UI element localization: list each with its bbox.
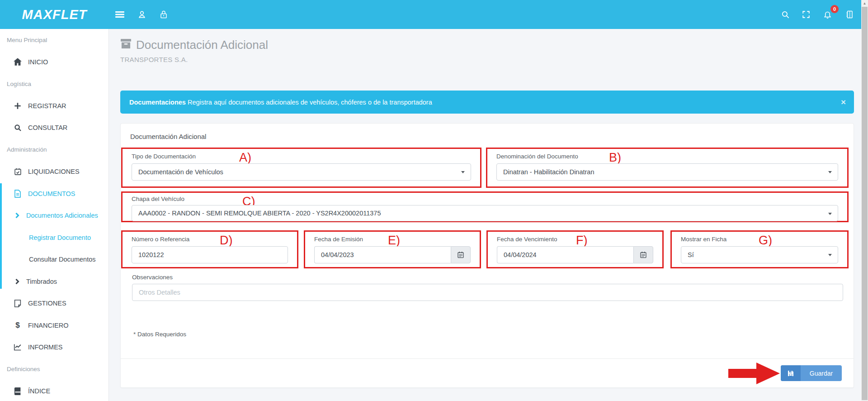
sidebar-item-informes[interactable]: INFORMES bbox=[0, 336, 108, 358]
app-logo[interactable]: MAXFLET bbox=[22, 7, 87, 22]
sidebar-toggle-button[interactable] bbox=[112, 0, 127, 29]
caret-down-icon bbox=[828, 171, 832, 173]
annotation-letter-e: E) bbox=[388, 234, 400, 248]
active-section-strip bbox=[0, 183, 2, 289]
fecha-vencimiento-input[interactable] bbox=[497, 246, 633, 263]
sidebar-item-label: REGISTRAR bbox=[28, 102, 66, 110]
fecha-emision-input[interactable] bbox=[314, 246, 451, 263]
sidebar-item-liquidaciones[interactable]: LIQUIDACIONES bbox=[0, 161, 108, 183]
sidebar-item-indice[interactable]: ÍNDICE bbox=[0, 380, 108, 401]
tipo-documentacion-select[interactable]: Documentación de Vehículos bbox=[132, 163, 471, 181]
sidebar-item-documentos[interactable]: DOCUMENTOS bbox=[0, 183, 108, 205]
sidebar-item-label: Consultar Documentos bbox=[29, 256, 96, 263]
observaciones-input[interactable] bbox=[132, 284, 843, 301]
form-card-footer: Guardar bbox=[121, 358, 854, 387]
fullscreen-button[interactable] bbox=[798, 0, 814, 29]
dollar-icon: $ bbox=[13, 321, 22, 330]
sidebar-section-logistica: Logística bbox=[0, 73, 108, 95]
document-icon bbox=[13, 189, 22, 198]
sidebar-item-label: INICIO bbox=[28, 58, 48, 66]
search-icon bbox=[781, 10, 790, 19]
sidebar-item-label: CONSULTAR bbox=[28, 124, 67, 131]
chapa-vehiculo-label: Chapa del Vehículo bbox=[132, 196, 838, 202]
home-icon bbox=[13, 57, 22, 67]
sidebar-item-label: GESTIONES bbox=[28, 300, 66, 307]
notifications-button[interactable]: 0 bbox=[820, 0, 835, 29]
user-menu-button[interactable] bbox=[134, 0, 150, 29]
annotation-letter-d: D) bbox=[220, 234, 233, 248]
sidebar-item-registrar[interactable]: REGISTRAR bbox=[0, 95, 108, 117]
save-button[interactable]: Guardar bbox=[781, 365, 842, 381]
scrollbar-up-arrow[interactable]: ▲ bbox=[861, 0, 868, 7]
form-card-title: Documentación Adicional bbox=[130, 133, 206, 140]
sidebar-item-documentos-adicionales[interactable]: Documentos Adicionales bbox=[0, 205, 108, 227]
annotation-letter-b: B) bbox=[609, 151, 621, 165]
sidebar-item-label: Timbrados bbox=[26, 278, 57, 285]
chapa-vehiculo-value: AAA0002 - RANDON - SEMI REMOLQUE ABIERTA… bbox=[138, 210, 381, 217]
fecha-vencimiento-group bbox=[497, 246, 653, 263]
observaciones-label: Observaciones bbox=[132, 274, 173, 281]
info-banner-title: Documentaciones bbox=[129, 99, 186, 106]
chevron-right-icon bbox=[14, 277, 20, 286]
archive-box-icon bbox=[120, 38, 132, 52]
denominacion-documento-select[interactable]: Dinatran - Habilitación Dinatran bbox=[496, 163, 838, 181]
lock-button[interactable] bbox=[156, 0, 171, 29]
calendar-check-icon bbox=[13, 167, 22, 176]
info-banner-description: Registra aquí documentos adicionales de … bbox=[188, 99, 432, 106]
sidebar-section-menu-principal: Menu Principal bbox=[0, 29, 108, 51]
main-content: Documentación Adicional TRANSPORTES S.A.… bbox=[109, 29, 861, 401]
page-subtitle: TRANSPORTES S.A. bbox=[120, 56, 268, 63]
chapa-vehiculo-select[interactable]: AAA0002 - RANDON - SEMI REMOLQUE ABIERTA… bbox=[132, 205, 838, 221]
sidebar-item-label: LIQUIDACIONES bbox=[28, 168, 80, 175]
mostrar-en-ficha-select[interactable]: Sí bbox=[681, 246, 838, 263]
sidebar-section-definiciones: Definiciones bbox=[0, 358, 108, 381]
numero-referencia-input[interactable] bbox=[132, 246, 288, 263]
form-card: Documentación Adicional A) Tipo de Docum… bbox=[120, 123, 854, 388]
red-arrow-shaft bbox=[728, 369, 757, 378]
sidebar-item-inicio[interactable]: INICIO bbox=[0, 51, 108, 73]
red-arrow-head bbox=[756, 363, 780, 384]
chevron-right-icon bbox=[14, 211, 20, 220]
sidebar-item-registrar-documento[interactable]: Registrar Documento bbox=[0, 227, 108, 249]
lock-icon bbox=[160, 10, 168, 19]
search-button[interactable] bbox=[778, 0, 793, 29]
denominacion-documento-value: Dinatran - Habilitación Dinatran bbox=[503, 168, 594, 176]
sidebar-item-timbrados[interactable]: Timbrados bbox=[0, 271, 108, 293]
sidebar-item-consultar-documentos[interactable]: Consultar Documentos bbox=[0, 248, 108, 271]
plus-icon bbox=[13, 101, 22, 110]
calendar-picker-button[interactable] bbox=[633, 246, 653, 263]
sidebar-item-financiero[interactable]: $ FINANCIERO bbox=[0, 315, 108, 337]
calendar-picker-button[interactable] bbox=[451, 246, 471, 263]
red-arrow-annotation bbox=[728, 363, 780, 384]
caret-down-icon bbox=[828, 254, 832, 256]
scrollbar-thumb[interactable] bbox=[862, 7, 868, 400]
annotation-box-d: D) Número o Referencia bbox=[121, 230, 298, 268]
page-header: Documentación Adicional TRANSPORTES S.A. bbox=[120, 38, 268, 63]
caret-down-icon bbox=[828, 213, 832, 215]
sidebar-item-label: FINANCIERO bbox=[28, 322, 68, 329]
annotation-box-e: E) Fecha de Emisión bbox=[304, 230, 481, 268]
search-icon bbox=[13, 123, 22, 132]
note-icon bbox=[13, 299, 22, 308]
close-icon[interactable]: × bbox=[841, 91, 846, 114]
info-banner: DocumentacionesRegistra aquí documentos … bbox=[120, 91, 854, 114]
sidebar-item-label: DOCUMENTOS bbox=[28, 190, 75, 197]
fecha-emision-group bbox=[314, 246, 471, 263]
info-banner-text: DocumentacionesRegistra aquí documentos … bbox=[129, 99, 432, 106]
sidebar-item-consultar[interactable]: CONSULTAR bbox=[0, 117, 108, 139]
chart-line-icon bbox=[13, 343, 22, 352]
manual-button[interactable] bbox=[842, 0, 857, 29]
sidebar-item-gestiones[interactable]: GESTIONES bbox=[0, 292, 108, 315]
sidebar-section-administracion: Administración bbox=[0, 139, 108, 161]
bell-icon bbox=[823, 10, 832, 19]
annotation-box-c: C) Chapa del Vehículo AAA0002 - RANDON -… bbox=[121, 191, 849, 222]
sidebar-item-label: Registrar Documento bbox=[29, 234, 91, 241]
page-scrollbar[interactable]: ▲ bbox=[861, 0, 868, 401]
annotation-box-f: F) Fecha de Vencimiento bbox=[486, 230, 664, 268]
notebook-icon bbox=[845, 10, 854, 19]
sidebar: Menu Principal INICIO Logística REGISTRA… bbox=[0, 29, 109, 401]
fullscreen-icon bbox=[802, 10, 810, 19]
sidebar-item-label: Documentos Adicionales bbox=[26, 212, 98, 219]
page-title-row: Documentación Adicional bbox=[120, 38, 268, 52]
annotation-letter-f: F) bbox=[576, 234, 587, 248]
